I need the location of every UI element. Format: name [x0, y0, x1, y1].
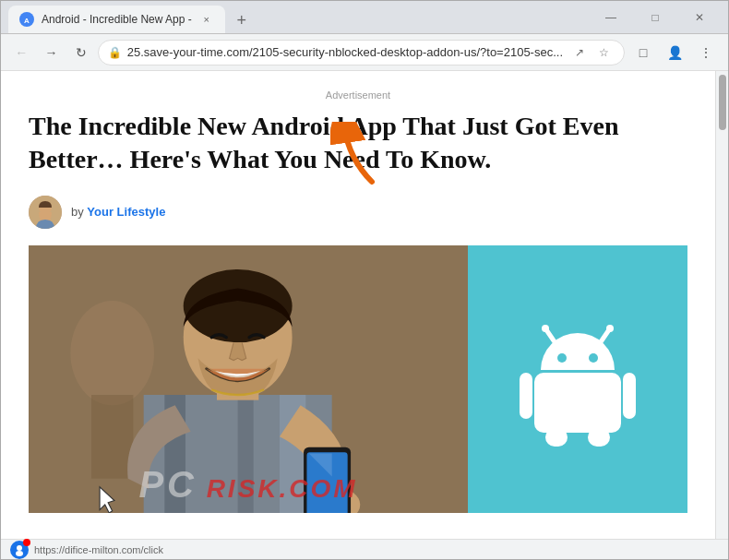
share-button[interactable]: ↗: [568, 42, 591, 64]
svg-point-6: [70, 301, 154, 405]
svg-point-20: [542, 325, 549, 332]
status-bar: https://difice-milton.com/click: [1, 539, 728, 559]
tab-favicon: A: [19, 12, 34, 27]
article-title: The Incredible New Android App That Just…: [29, 110, 687, 177]
close-button[interactable]: ✕: [678, 4, 721, 31]
svg-rect-29: [588, 428, 610, 447]
scrollbar[interactable]: [715, 71, 728, 539]
minimize-button[interactable]: —: [590, 4, 632, 31]
author-avatar: [29, 196, 62, 229]
advertisement-label: Advertisement: [29, 89, 687, 101]
status-icon: [10, 541, 29, 559]
menu-button[interactable]: ⋮: [691, 38, 721, 67]
svg-rect-25: [534, 373, 621, 433]
scroll-thumb[interactable]: [719, 75, 726, 130]
maximize-button[interactable]: □: [634, 4, 676, 31]
svg-text:A: A: [24, 17, 30, 25]
profile-button[interactable]: 👤: [660, 38, 689, 67]
address-actions: ↗ ☆: [568, 42, 615, 64]
page-area: Advertisement The Incredible New Android…: [1, 71, 728, 539]
lock-icon: 🔒: [108, 46, 122, 59]
toolbar-actions: □ 👤 ⋮: [628, 38, 721, 67]
hero-photo: PC RISK.COM: [29, 245, 468, 513]
svg-rect-27: [623, 373, 636, 419]
author-link[interactable]: Your Lifestyle: [87, 205, 165, 219]
svg-point-31: [17, 545, 22, 551]
active-tab[interactable]: A Android - Incredible New App - ×: [8, 6, 225, 33]
hero-image-container: PC RISK.COM: [29, 245, 687, 513]
svg-point-22: [606, 325, 614, 332]
status-url: https://difice-milton.com/click: [34, 544, 163, 555]
window-controls: — □ ✕: [590, 4, 721, 31]
svg-rect-28: [545, 428, 568, 447]
page-content: Advertisement The Incredible New Android…: [1, 71, 715, 539]
svg-point-32: [16, 551, 23, 556]
toolbar: ← → ↻ 🔒 25.save-your-time.com/2105-secur…: [1, 34, 728, 71]
new-tab-button[interactable]: +: [229, 7, 255, 33]
browser-window: A Android - Incredible New App - × + — □…: [0, 0, 729, 560]
tab-bar: A Android - Incredible New App - × +: [8, 1, 586, 33]
android-panel: [468, 245, 687, 513]
svg-point-24: [589, 353, 598, 363]
reload-button[interactable]: ↻: [68, 38, 94, 67]
title-bar: A Android - Incredible New App - × + — □…: [1, 1, 728, 34]
back-button[interactable]: ←: [8, 38, 34, 67]
svg-rect-26: [520, 373, 532, 419]
author-row: by Your Lifestyle: [29, 196, 687, 229]
url-text: 25.save-your-time.com/2105-security-nblo…: [127, 45, 563, 59]
extensions-button[interactable]: □: [628, 38, 658, 67]
svg-point-23: [557, 353, 567, 363]
watermark-text: PC RISK.COM: [29, 464, 468, 506]
forward-button[interactable]: →: [38, 38, 64, 67]
address-bar[interactable]: 🔒 25.save-your-time.com/2105-security-nb…: [98, 40, 625, 66]
tab-title: Android - Incredible New App -: [42, 13, 192, 26]
tab-close-button[interactable]: ×: [199, 12, 214, 27]
author-text: by Your Lifestyle: [71, 205, 165, 219]
bookmark-button[interactable]: ☆: [592, 42, 615, 64]
